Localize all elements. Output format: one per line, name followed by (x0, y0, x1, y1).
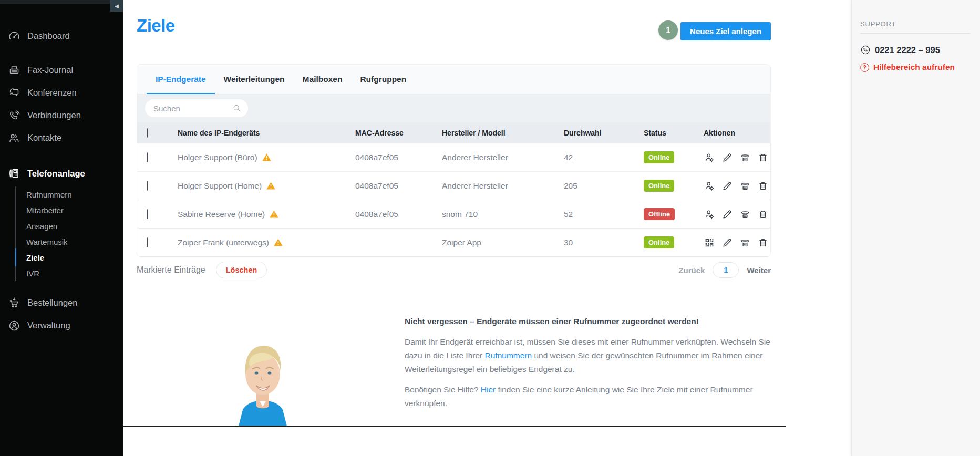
sidebar-item-verwaltung[interactable]: Verwaltung (0, 314, 123, 337)
subnav-item-rufnummern[interactable]: Rufnummern (16, 186, 123, 202)
edit-icon[interactable] (721, 152, 733, 163)
people-icon (8, 132, 20, 144)
status-badge: Online (644, 236, 674, 248)
column-header-status: Status (644, 129, 704, 137)
row-checkbox[interactable] (147, 209, 148, 219)
search-field-wrap (145, 99, 248, 117)
sidebar-item-verbindungen[interactable]: Verbindungen (0, 104, 123, 127)
column-header-mac: MAC-Adresse (355, 129, 442, 137)
device-name: Holger Support (Büro) (178, 153, 257, 162)
chat-bubbles-icon (8, 87, 20, 99)
column-header-name: Name des IP-Endgeräts (178, 129, 355, 137)
sidebar-collapse-button[interactable]: ◀ (110, 0, 123, 12)
subnav-item-ziele[interactable]: Ziele (16, 250, 123, 265)
rufnummern-link[interactable]: Rufnummern (485, 351, 532, 360)
delete-icon[interactable] (757, 152, 769, 163)
user-settings-icon[interactable] (704, 180, 715, 192)
user-settings-icon[interactable] (704, 209, 715, 220)
sidebar-item-bestellungen[interactable]: Bestellungen (0, 291, 123, 314)
pagination-prev[interactable]: Zurück (678, 266, 705, 275)
targets-card: IP-Endgeräte Weiterleitungen Mailboxen R… (137, 64, 771, 257)
device-mac: 0408a7ef05 (355, 181, 442, 191)
delete-icon[interactable] (757, 180, 769, 192)
delete-icon[interactable] (757, 237, 769, 248)
device-model: Zoiper App (442, 238, 564, 247)
left-sidebar: ◀ Dashboard Fax-Journal Konferenzen Verb… (0, 0, 123, 456)
create-target-button[interactable]: Neues Ziel anlegen (680, 22, 771, 40)
sidebar-item-kontakte[interactable]: Kontakte (0, 127, 123, 149)
tab-mailboxen[interactable]: Mailboxen (294, 65, 352, 94)
sidebar-item-konferenzen[interactable]: Konferenzen (0, 81, 123, 104)
search-bar (137, 94, 770, 122)
device-model: snom 710 (442, 210, 564, 219)
row-checkbox[interactable] (147, 152, 148, 162)
device-extension: 42 (564, 153, 644, 162)
support-phone-number[interactable]: 0221 2222 – 995 (875, 45, 940, 55)
sidebar-item-label: Telefonanlage (27, 169, 85, 179)
qr-code-icon[interactable] (704, 237, 715, 248)
subnav-item-wartemusik[interactable]: Wartemusik (16, 234, 123, 250)
status-badge: Online (644, 180, 674, 192)
help-paragraph-2: Benötigen Sie Hilfe? Hier finden Sie ein… (405, 383, 773, 410)
column-header-model: Hersteller / Modell (442, 129, 564, 137)
sidebar-item-telefonanlage[interactable]: Telefonanlage (0, 162, 123, 185)
subnav-label: Ziele (26, 253, 44, 262)
subnav-label: IVR (26, 269, 39, 278)
pagination-next[interactable]: Weiter (747, 266, 771, 275)
edit-icon[interactable] (721, 209, 733, 220)
edit-icon[interactable] (721, 180, 733, 192)
phone-provision-icon[interactable] (739, 209, 751, 220)
help-area-link[interactable]: ? Hilfebereich aufrufen (860, 63, 971, 72)
device-extension: 30 (564, 238, 644, 247)
user-settings-icon[interactable] (704, 152, 715, 163)
subnav-item-ansagen[interactable]: Ansagen (16, 218, 123, 234)
sidebar-nav: Dashboard Fax-Journal Konferenzen Verbin… (0, 24, 123, 337)
collapse-arrow-icon: ◀ (115, 3, 119, 9)
phone-provision-icon[interactable] (739, 180, 751, 192)
tab-weiterleitungen[interactable]: Weiterleitungen (215, 65, 294, 94)
subnav-item-mitarbeiter[interactable]: Mitarbeiter (16, 202, 123, 218)
sidebar-item-label: Verbindungen (27, 110, 81, 120)
table-header: Name des IP-Endgeräts MAC-Adresse Herste… (137, 122, 770, 143)
help-paragraph-1: Damit Ihr Endgerät erreichbar ist, müsse… (405, 335, 773, 376)
device-extension: 52 (564, 210, 644, 219)
question-glyph: ? (863, 64, 866, 70)
phone-waves-icon (8, 109, 20, 122)
device-model: Anderer Hersteller (442, 153, 564, 162)
sidebar-item-fax-journal[interactable]: Fax-Journal (0, 59, 123, 81)
phone-provision-icon[interactable] (739, 152, 751, 163)
delete-marked-button[interactable]: Löschen (216, 262, 267, 278)
help-area-label: Hilfebereich aufrufen (873, 63, 955, 72)
edit-icon[interactable] (721, 237, 733, 248)
cart-icon (8, 296, 20, 309)
status-badge: Offline (644, 208, 675, 220)
anleitung-link[interactable]: Hier (481, 385, 496, 394)
support-agent-photo (223, 333, 303, 426)
device-mac: 0408a7ef05 (355, 153, 442, 162)
tab-rufgruppen[interactable]: Rufgruppen (351, 65, 415, 94)
phone-provision-icon[interactable] (739, 237, 751, 248)
dashboard-icon (8, 29, 20, 42)
fax-icon (8, 64, 20, 77)
table-row: Holger Support (Home) 0408a7ef05 Anderer… (137, 172, 770, 200)
pagination-current-page[interactable]: 1 (713, 262, 739, 278)
support-panel: SUPPORT 0221 2222 – 995 ? Hilfebereich a… (851, 0, 980, 456)
sidebar-item-label: Kontakte (27, 133, 61, 143)
sidebar-top-strip (0, 0, 123, 4)
tab-ip-endgeraete[interactable]: IP-Endgeräte (147, 65, 215, 94)
sidebar-item-dashboard[interactable]: Dashboard (0, 24, 123, 47)
tab-bar: IP-Endgeräte Weiterleitungen Mailboxen R… (137, 65, 770, 94)
subnav-item-ivr[interactable]: IVR (16, 265, 123, 281)
warning-icon (269, 210, 279, 219)
warning-icon (266, 181, 276, 190)
row-checkbox[interactable] (147, 181, 148, 191)
delete-icon[interactable] (757, 209, 769, 220)
list-footer: Markierte Einträge Löschen Zurück 1 Weit… (137, 262, 771, 278)
warning-icon (262, 153, 272, 162)
row-checkbox[interactable] (147, 237, 148, 247)
select-all-checkbox[interactable] (147, 128, 148, 138)
subnav-label: Mitarbeiter (26, 206, 64, 215)
support-heading: SUPPORT (860, 20, 971, 34)
device-mac: 0408a7ef05 (355, 210, 442, 219)
step-badge: 1 (658, 20, 678, 40)
